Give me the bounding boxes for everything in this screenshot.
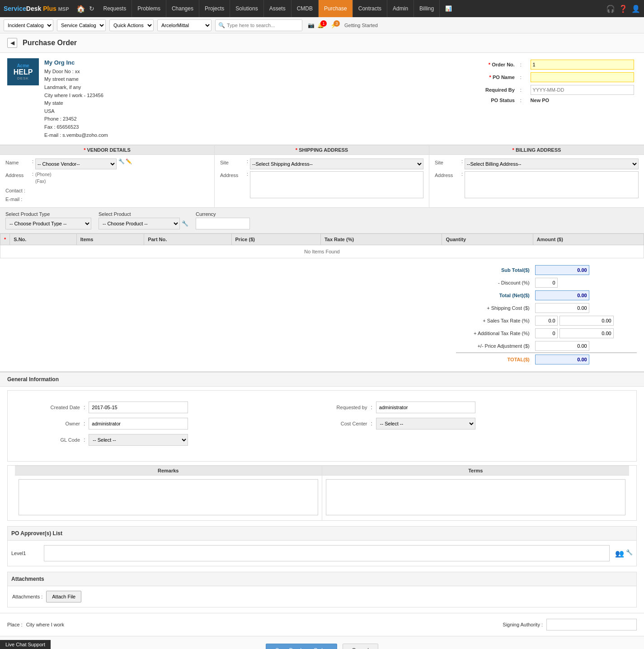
owner-field: Owner : <box>35 418 322 430</box>
col-items: Items <box>76 234 144 245</box>
nav-projects[interactable]: Projects <box>199 0 230 17</box>
notification2-badge[interactable]: ⚡3 <box>330 22 337 28</box>
nav-billing[interactable]: Billing <box>414 0 440 17</box>
company-dropdown[interactable]: ArcelorMittal <box>157 19 212 31</box>
user-icon[interactable]: 👤 <box>631 5 640 13</box>
billing-site-select[interactable]: --Select Billing Address-- <box>465 159 639 169</box>
refresh-icon[interactable]: ↻ <box>89 5 94 12</box>
product-type-select[interactable]: -- Choose Product Type -- <box>5 218 91 229</box>
gl-code-select[interactable]: -- Select -- <box>89 434 188 446</box>
place-row: Place : City where I work <box>7 622 64 627</box>
shipping-address-textarea[interactable] <box>250 171 423 198</box>
attach-file-button[interactable]: Attach File <box>46 591 81 602</box>
company-address4: City where I work - 123456 <box>44 92 108 100</box>
search-bar[interactable]: 🔍 <box>215 19 302 31</box>
incident-catalog-dropdown[interactable]: Incident Catalog <box>4 19 53 31</box>
vendor-fax: (Fax) <box>35 178 52 185</box>
order-info: * Order No. : * PO Name : Required By : … <box>465 58 637 139</box>
created-date-field: Created Date : <box>35 402 322 413</box>
po-name-input[interactable] <box>531 72 634 82</box>
help-icon[interactable]: ❓ <box>619 5 628 13</box>
nav-changes[interactable]: Changes <box>166 0 199 17</box>
requested-by-input[interactable] <box>376 402 475 413</box>
remarks-textarea[interactable] <box>19 479 318 515</box>
headset-icon[interactable]: 🎧 <box>606 5 615 13</box>
vendor-select[interactable]: -- Choose Vendor-- <box>35 159 117 169</box>
remarks-terms-container: Remarks Terms <box>7 465 637 521</box>
col-sno: S.No. <box>10 234 76 245</box>
sales-tax-rate-input[interactable] <box>535 316 558 326</box>
nav-requests[interactable]: Requests <box>98 0 132 17</box>
company-address1: My Door No : xx <box>44 68 108 76</box>
product-add-icon[interactable]: 🔧 <box>182 220 188 227</box>
company-select[interactable]: ArcelorMittal <box>157 19 212 31</box>
camera-icon[interactable]: 📷 <box>308 22 315 28</box>
approver-icons: 👥 🔧 <box>615 549 633 558</box>
company-logo: Acme HELP DESK <box>7 58 39 85</box>
billing-address-textarea[interactable] <box>465 171 639 198</box>
service-catalog-select[interactable]: Service Catalog <box>57 19 106 31</box>
quick-actions-dropdown[interactable]: Quick Actions <box>109 19 154 31</box>
nav-purchase[interactable]: Purchase <box>319 0 353 17</box>
owner-input[interactable] <box>89 418 188 430</box>
shipping-site-row: Site : --Select Shipping Address-- <box>220 159 423 169</box>
shipping-site-select[interactable]: --Select Shipping Address-- <box>250 159 423 169</box>
nav-chart[interactable]: 📊 <box>440 0 457 17</box>
back-icon: ◀ <box>10 40 14 46</box>
back-button[interactable]: ◀ <box>7 38 17 48</box>
vendor-name-row: Name : -- Choose Vendor-- 🔧 ✏️ <box>5 159 209 169</box>
nav-contracts[interactable]: Contracts <box>353 0 387 17</box>
nav-admin[interactable]: Admin <box>387 0 414 17</box>
subtotal-input[interactable] <box>535 265 589 275</box>
total-input[interactable] <box>535 355 589 364</box>
search-input[interactable] <box>227 23 299 28</box>
terms-col: Terms <box>322 466 630 520</box>
currency-input[interactable] <box>196 218 250 229</box>
total-net-input[interactable] <box>535 290 589 300</box>
items-table: * S.No. Items Part No. Price ($) Tax Rat… <box>0 233 644 258</box>
vendor-add-icon[interactable]: 🔧 <box>118 159 125 164</box>
required-by-input[interactable] <box>531 85 634 95</box>
terms-textarea[interactable] <box>326 479 626 515</box>
live-chat-button[interactable]: Live Chat Support <box>0 640 51 649</box>
nav-cmdb[interactable]: CMDB <box>291 0 319 17</box>
nav-assets[interactable]: Assets <box>264 0 291 17</box>
top-navigation: ServiceDesk Plus MSP 🏠 ↻ Requests Proble… <box>0 0 644 17</box>
nav-problems[interactable]: Problems <box>132 0 166 17</box>
quick-actions-select[interactable]: Quick Actions <box>109 19 154 31</box>
signing-authority-input[interactable] <box>546 619 637 630</box>
shipping-input[interactable] <box>535 303 589 313</box>
sales-tax-value-input[interactable] <box>559 316 614 326</box>
billing-address-row: Address : <box>435 171 639 198</box>
discount-rate-input[interactable] <box>535 278 558 288</box>
save-purchase-order-button[interactable]: Save Purchase Order <box>266 644 337 649</box>
incident-catalog-select[interactable]: Incident Catalog <box>4 19 53 31</box>
vendor-edit-icon[interactable]: ✏️ <box>126 159 132 164</box>
cancel-button[interactable]: Cancel <box>343 644 378 649</box>
approver-edit-icon[interactable]: 🔧 <box>626 549 633 558</box>
approver-users-icon[interactable]: 👥 <box>615 549 624 558</box>
billing-col: * BILLING ADDRESS Site : --Select Billin… <box>429 145 644 207</box>
cost-center-select[interactable]: -- Select -- <box>376 418 475 430</box>
col-amount: Amount ($) <box>533 234 644 245</box>
level1-input[interactable] <box>44 545 610 561</box>
additional-tax-value-input[interactable] <box>559 328 614 338</box>
order-no-input[interactable] <box>531 60 634 70</box>
page-title: Purchase Order <box>23 39 77 47</box>
level1-label: Level1 <box>11 551 38 556</box>
getting-started-link[interactable]: Getting Started <box>344 23 378 28</box>
signing-label: Signing Authority : <box>503 622 543 627</box>
price-adj-input[interactable] <box>535 341 589 351</box>
home-icon[interactable]: 🏠 <box>76 5 85 13</box>
attachments-section: Attachments Attachments : Attach File <box>7 572 637 607</box>
order-table: * Order No. : * PO Name : Required By : … <box>465 58 637 104</box>
notification1-badge[interactable]: 🔔1 <box>317 22 324 28</box>
terms-header: Terms <box>322 466 630 476</box>
product-select[interactable]: -- Choose Product -- <box>99 218 180 229</box>
additional-tax-rate-input[interactable] <box>535 328 558 338</box>
nav-solutions[interactable]: Solutions <box>230 0 263 17</box>
created-date-input[interactable] <box>89 402 188 413</box>
discount-label: - Discount (%) <box>456 276 532 289</box>
search-icon: 🔍 <box>218 22 225 28</box>
service-catalog-dropdown[interactable]: Service Catalog <box>57 19 106 31</box>
